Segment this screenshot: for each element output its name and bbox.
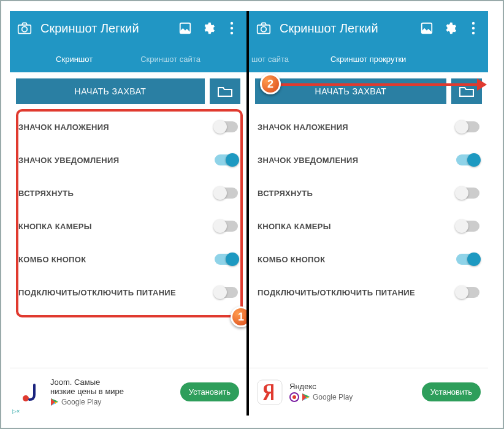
setting-row: ЗНАЧОК УВЕДОМЛЕНИЯ: [18, 143, 238, 177]
setting-row: ПОДКЛЮЧИТЬ/ОТКЛЮЧИТЬ ПИТАНИЕ: [18, 276, 238, 309]
camera-icon: [256, 21, 271, 36]
setting-row: ЗНАЧОК НАЛОЖЕНИЯ: [258, 110, 479, 143]
toggle-switch[interactable]: [215, 287, 238, 298]
setting-label: ЗНАЧОК УВЕДОМЛЕНИЯ: [18, 156, 119, 165]
settings-list-left: ЗНАЧОК НАЛОЖЕНИЯЗНАЧОК УВЕДОМЛЕНИЯВСТРЯХ…: [10, 110, 246, 309]
ad-banner[interactable]: Joom. Самые низкие цены в мире Google Pl…: [10, 368, 246, 416]
setting-label: ЗНАЧОК НАЛОЖЕНИЯ: [18, 123, 109, 132]
svg-point-10: [472, 22, 475, 25]
step-marker-2: 2: [260, 74, 281, 94]
setting-label: КНОПКА КАМЕРЫ: [18, 222, 92, 231]
tabs: Скриншот Скриншот сайта: [10, 45, 246, 72]
install-button[interactable]: Установить: [422, 382, 481, 401]
svg-point-5: [231, 32, 233, 34]
gallery-icon[interactable]: [419, 21, 434, 36]
camera-icon: [17, 21, 32, 36]
svg-point-6: [23, 395, 29, 401]
toggle-switch[interactable]: [456, 287, 479, 298]
svg-point-15: [292, 395, 296, 399]
capture-row: НАЧАТЬ ЗАХВАТ: [249, 72, 488, 110]
start-capture-button[interactable]: НАЧАТЬ ЗАХВАТ: [16, 78, 205, 104]
install-button[interactable]: Установить: [180, 382, 239, 401]
folder-button[interactable]: [210, 78, 240, 104]
toggle-switch[interactable]: [456, 121, 479, 132]
ad-text: Joom. Самые низкие цены в мире Google Pl…: [50, 378, 174, 407]
setting-row: ЗНАЧОК УВЕДОМЛЕНИЯ: [258, 143, 479, 177]
tab-site-truncated[interactable]: шот сайта: [249, 45, 297, 72]
tabs: шот сайта Скриншот прокрутки: [249, 45, 488, 72]
setting-label: КОМБО КНОПОК: [18, 255, 86, 264]
ad-line1: Яндекс: [289, 382, 416, 392]
setting-label: ЗНАЧОК НАЛОЖЕНИЯ: [258, 123, 348, 132]
phone-left: Скриншот Легкий Скриншот Скриншот сайта …: [10, 11, 249, 416]
setting-row: КНОПКА КАМЕРЫ: [258, 210, 479, 243]
appbar: Скриншот Легкий: [249, 11, 488, 45]
gear-icon[interactable]: [443, 21, 457, 36]
gear-icon[interactable]: [201, 21, 216, 36]
yandex-icon: [256, 379, 283, 406]
svg-point-12: [472, 32, 475, 34]
svg-point-11: [472, 27, 475, 29]
setting-label: ВСТРЯХНУТЬ: [18, 189, 74, 198]
ad-line2: низкие цены в мире: [50, 387, 174, 397]
capture-row: НАЧАТЬ ЗАХВАТ: [10, 72, 246, 110]
toggle-switch[interactable]: [215, 221, 238, 232]
google-play-label: Google Play: [289, 392, 416, 402]
tab-screenshot[interactable]: Скриншот: [47, 45, 101, 72]
setting-label: КОМБО КНОПОК: [258, 255, 325, 264]
tab-site[interactable]: Скриншот сайта: [132, 45, 209, 72]
step-marker-1: 1: [231, 306, 249, 327]
setting-label: ВСТРЯХНУТЬ: [258, 189, 313, 198]
swipe-arrow: [276, 83, 484, 86]
setting-label: ЗНАЧОК УВЕДОМЛЕНИЯ: [258, 156, 358, 165]
google-play-label: Google Play: [50, 398, 174, 406]
appbar: Скриншот Легкий: [10, 11, 246, 45]
setting-label: ПОДКЛЮЧИТЬ/ОТКЛЮЧИТЬ ПИТАНИЕ: [258, 288, 415, 297]
google-play-icon: [302, 393, 310, 401]
setting-row: ВСТРЯХНУТЬ: [258, 177, 479, 210]
ad-text: Яндекс Google Play: [289, 382, 416, 403]
app-title: Скриншот Легкий: [40, 21, 169, 36]
google-play-icon: [50, 398, 59, 406]
setting-row: КОМБО КНОПОК: [18, 243, 238, 276]
setting-row: ПОДКЛЮЧИТЬ/ОТКЛЮЧИТЬ ПИТАНИЕ: [258, 276, 479, 309]
svg-point-8: [261, 26, 267, 32]
toggle-switch[interactable]: [215, 188, 238, 199]
joom-icon: [17, 379, 44, 406]
toggle-switch[interactable]: [215, 154, 238, 165]
tab-scroll[interactable]: Скриншот прокрутки: [322, 45, 414, 72]
setting-label: ПОДКЛЮЧИТЬ/ОТКЛЮЧИТЬ ПИТАНИЕ: [18, 288, 176, 297]
ad-banner[interactable]: Яндекс Google Play Установить: [249, 368, 488, 416]
start-capture-button[interactable]: НАЧАТЬ ЗАХВАТ: [255, 78, 446, 104]
svg-point-1: [22, 26, 28, 32]
phone-right: Скриншот Легкий шот сайта Скриншот прокр…: [249, 11, 488, 416]
toggle-switch[interactable]: [456, 188, 479, 199]
adchoices-icon[interactable]: ▷×: [12, 408, 20, 414]
setting-row: ЗНАЧОК НАЛОЖЕНИЯ: [18, 110, 238, 143]
overflow-icon[interactable]: [224, 21, 239, 36]
toggle-switch[interactable]: [456, 254, 479, 265]
svg-point-4: [231, 27, 233, 29]
toggle-switch[interactable]: [456, 221, 479, 232]
app-title: Скриншот Легкий: [280, 21, 411, 36]
setting-row: КОМБО КНОПОК: [258, 243, 479, 276]
toggle-switch[interactable]: [215, 121, 238, 132]
gallery-icon[interactable]: [178, 21, 193, 36]
setting-label: КНОПКА КАМЕРЫ: [258, 222, 331, 231]
ad-line1: Joom. Самые: [50, 378, 174, 387]
setting-row: КНОПКА КАМЕРЫ: [18, 210, 238, 243]
setting-row: ВСТРЯХНУТЬ: [18, 177, 238, 210]
overflow-icon[interactable]: [466, 21, 481, 36]
svg-point-3: [231, 22, 233, 25]
toggle-switch[interactable]: [215, 254, 238, 265]
toggle-switch[interactable]: [456, 154, 479, 165]
settings-list-right: ЗНАЧОК НАЛОЖЕНИЯЗНАЧОК УВЕДОМЛЕНИЯВСТРЯХ…: [249, 110, 488, 309]
yandex-browser-icon: [289, 392, 299, 402]
